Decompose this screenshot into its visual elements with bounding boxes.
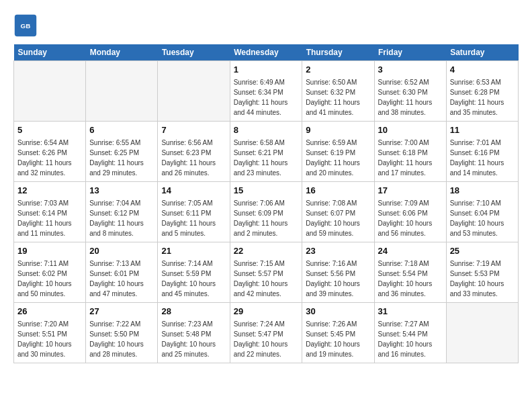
calendar-cell: 26Sunrise: 7:20 AM Sunset: 5:51 PM Dayli… <box>14 303 86 363</box>
calendar-week-row: 26Sunrise: 7:20 AM Sunset: 5:51 PM Dayli… <box>14 303 519 363</box>
day-info: Sunrise: 7:14 AM Sunset: 5:59 PM Dayligh… <box>161 259 226 299</box>
calendar-cell: 13Sunrise: 7:04 AM Sunset: 6:12 PM Dayli… <box>86 182 158 242</box>
day-info: Sunrise: 6:58 AM Sunset: 6:21 PM Dayligh… <box>234 138 299 178</box>
calendar-cell: 29Sunrise: 7:24 AM Sunset: 5:47 PM Dayli… <box>230 303 302 363</box>
day-number: 20 <box>89 245 154 257</box>
day-number: 18 <box>450 185 515 197</box>
day-number: 14 <box>161 185 226 197</box>
day-number: 9 <box>306 124 370 136</box>
calendar-cell: 1Sunrise: 6:49 AM Sunset: 6:34 PM Daylig… <box>230 61 302 122</box>
day-info: Sunrise: 7:20 AM Sunset: 5:51 PM Dayligh… <box>17 319 82 359</box>
weekday-header: Wednesday <box>230 44 302 61</box>
day-info: Sunrise: 6:53 AM Sunset: 6:28 PM Dayligh… <box>450 77 515 118</box>
logo: GB <box>13 13 40 38</box>
calendar-cell: 4Sunrise: 6:53 AM Sunset: 6:28 PM Daylig… <box>446 61 518 122</box>
calendar-cell: 9Sunrise: 6:59 AM Sunset: 6:19 PM Daylig… <box>302 122 374 182</box>
day-info: Sunrise: 6:52 AM Sunset: 6:30 PM Dayligh… <box>378 77 443 118</box>
day-number: 25 <box>450 245 515 257</box>
weekday-header: Friday <box>374 44 446 61</box>
weekday-header: Thursday <box>302 44 374 61</box>
day-info: Sunrise: 6:49 AM Sunset: 6:34 PM Dayligh… <box>234 77 299 118</box>
day-info: Sunrise: 6:59 AM Sunset: 6:19 PM Dayligh… <box>306 138 370 178</box>
calendar-cell: 31Sunrise: 7:27 AM Sunset: 5:44 PM Dayli… <box>374 303 446 363</box>
day-info: Sunrise: 7:04 AM Sunset: 6:12 PM Dayligh… <box>89 198 154 238</box>
day-number: 15 <box>234 185 299 197</box>
calendar-cell <box>158 61 230 122</box>
calendar-cell: 27Sunrise: 7:22 AM Sunset: 5:50 PM Dayli… <box>86 303 158 363</box>
weekday-header: Tuesday <box>158 44 230 61</box>
day-info: Sunrise: 6:56 AM Sunset: 6:23 PM Dayligh… <box>161 138 226 178</box>
calendar-cell: 23Sunrise: 7:16 AM Sunset: 5:56 PM Dayli… <box>302 242 374 303</box>
day-number: 23 <box>306 245 370 257</box>
day-number: 13 <box>89 185 154 197</box>
calendar-cell: 16Sunrise: 7:08 AM Sunset: 6:07 PM Dayli… <box>302 182 374 242</box>
calendar-cell: 6Sunrise: 6:55 AM Sunset: 6:25 PM Daylig… <box>86 122 158 182</box>
calendar-cell: 3Sunrise: 6:52 AM Sunset: 6:30 PM Daylig… <box>374 61 446 122</box>
calendar-cell: 22Sunrise: 7:15 AM Sunset: 5:57 PM Dayli… <box>230 242 302 303</box>
weekday-header: Monday <box>86 44 158 61</box>
day-number: 12 <box>17 185 82 197</box>
calendar-week-row: 12Sunrise: 7:03 AM Sunset: 6:14 PM Dayli… <box>14 182 519 242</box>
day-info: Sunrise: 7:19 AM Sunset: 5:53 PM Dayligh… <box>450 259 515 299</box>
day-info: Sunrise: 7:15 AM Sunset: 5:57 PM Dayligh… <box>234 259 299 299</box>
day-info: Sunrise: 6:50 AM Sunset: 6:32 PM Dayligh… <box>306 77 370 118</box>
day-number: 17 <box>378 185 443 197</box>
calendar-cell: 7Sunrise: 6:56 AM Sunset: 6:23 PM Daylig… <box>158 122 230 182</box>
day-info: Sunrise: 7:10 AM Sunset: 6:04 PM Dayligh… <box>450 198 515 238</box>
day-info: Sunrise: 6:55 AM Sunset: 6:25 PM Dayligh… <box>89 138 154 178</box>
logo-icon: GB <box>13 13 38 38</box>
day-info: Sunrise: 7:27 AM Sunset: 5:44 PM Dayligh… <box>378 319 443 359</box>
calendar-cell <box>446 303 518 363</box>
day-number: 27 <box>89 306 154 318</box>
day-number: 22 <box>234 245 299 257</box>
calendar-table: SundayMondayTuesdayWednesdayThursdayFrid… <box>13 44 519 363</box>
day-number: 29 <box>234 306 299 318</box>
calendar-cell: 10Sunrise: 7:00 AM Sunset: 6:18 PM Dayli… <box>374 122 446 182</box>
calendar-cell: 14Sunrise: 7:05 AM Sunset: 6:11 PM Dayli… <box>158 182 230 242</box>
calendar-cell: 30Sunrise: 7:26 AM Sunset: 5:45 PM Dayli… <box>302 303 374 363</box>
day-number: 10 <box>378 124 443 136</box>
calendar-cell: 5Sunrise: 6:54 AM Sunset: 6:26 PM Daylig… <box>14 122 86 182</box>
day-info: Sunrise: 7:05 AM Sunset: 6:11 PM Dayligh… <box>161 198 226 238</box>
calendar-cell <box>14 61 86 122</box>
day-info: Sunrise: 7:11 AM Sunset: 6:02 PM Dayligh… <box>17 259 82 299</box>
day-number: 16 <box>306 185 370 197</box>
day-number: 4 <box>450 64 515 76</box>
calendar-cell: 12Sunrise: 7:03 AM Sunset: 6:14 PM Dayli… <box>14 182 86 242</box>
calendar-week-row: 1Sunrise: 6:49 AM Sunset: 6:34 PM Daylig… <box>14 61 519 122</box>
calendar-cell: 8Sunrise: 6:58 AM Sunset: 6:21 PM Daylig… <box>230 122 302 182</box>
day-info: Sunrise: 7:18 AM Sunset: 5:54 PM Dayligh… <box>378 259 443 299</box>
day-info: Sunrise: 7:26 AM Sunset: 5:45 PM Dayligh… <box>306 319 370 359</box>
day-info: Sunrise: 7:24 AM Sunset: 5:47 PM Dayligh… <box>234 319 299 359</box>
weekday-header: Saturday <box>446 44 518 61</box>
day-info: Sunrise: 7:08 AM Sunset: 6:07 PM Dayligh… <box>306 198 370 238</box>
day-info: Sunrise: 7:09 AM Sunset: 6:06 PM Dayligh… <box>378 198 443 238</box>
day-number: 31 <box>378 306 443 318</box>
calendar-cell: 2Sunrise: 6:50 AM Sunset: 6:32 PM Daylig… <box>302 61 374 122</box>
day-number: 19 <box>17 245 82 257</box>
day-info: Sunrise: 7:23 AM Sunset: 5:48 PM Dayligh… <box>161 319 226 359</box>
calendar-cell: 15Sunrise: 7:06 AM Sunset: 6:09 PM Dayli… <box>230 182 302 242</box>
day-number: 8 <box>234 124 299 136</box>
day-info: Sunrise: 7:16 AM Sunset: 5:56 PM Dayligh… <box>306 259 370 299</box>
calendar-cell: 17Sunrise: 7:09 AM Sunset: 6:06 PM Dayli… <box>374 182 446 242</box>
day-info: Sunrise: 7:00 AM Sunset: 6:18 PM Dayligh… <box>378 138 443 178</box>
page-header: GB <box>13 13 519 38</box>
day-number: 24 <box>378 245 443 257</box>
day-info: Sunrise: 7:01 AM Sunset: 6:16 PM Dayligh… <box>450 138 515 178</box>
day-info: Sunrise: 7:03 AM Sunset: 6:14 PM Dayligh… <box>17 198 82 238</box>
calendar-week-row: 5Sunrise: 6:54 AM Sunset: 6:26 PM Daylig… <box>14 122 519 182</box>
calendar-cell <box>86 61 158 122</box>
day-number: 28 <box>161 306 226 318</box>
day-info: Sunrise: 6:54 AM Sunset: 6:26 PM Dayligh… <box>17 138 82 178</box>
calendar-cell: 25Sunrise: 7:19 AM Sunset: 5:53 PM Dayli… <box>446 242 518 303</box>
day-number: 2 <box>306 64 370 76</box>
day-number: 1 <box>234 64 299 76</box>
calendar-cell: 11Sunrise: 7:01 AM Sunset: 6:16 PM Dayli… <box>446 122 518 182</box>
calendar-week-row: 19Sunrise: 7:11 AM Sunset: 6:02 PM Dayli… <box>14 242 519 303</box>
day-number: 26 <box>17 306 82 318</box>
calendar-cell: 18Sunrise: 7:10 AM Sunset: 6:04 PM Dayli… <box>446 182 518 242</box>
day-number: 11 <box>450 124 515 136</box>
day-number: 6 <box>89 124 154 136</box>
day-number: 7 <box>161 124 226 136</box>
